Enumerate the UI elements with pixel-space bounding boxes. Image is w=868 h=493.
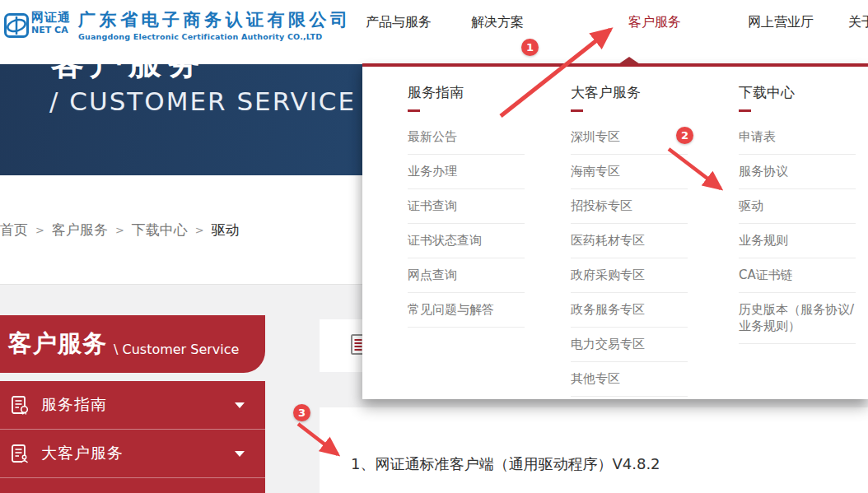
megamenu-item[interactable]: 业务办理 [408,155,525,189]
megamenu-item[interactable]: 海南专区 [571,155,688,189]
breadcrumb: 首页 > 客户服务 > 下载中心 > 驱动 [0,221,254,240]
download-list-card: 1、网证通标准客户端（通用驱动程序）V4.8.2 [320,407,868,493]
doc-user-icon [10,444,30,464]
breadcrumb-link[interactable]: 客户服务 [52,221,108,240]
customer-service-dropdown: 服务指南 最新公告业务办理证书查询证书状态查询网点查询常见问题与解答 大客户服务… [362,63,868,399]
megamenu-item[interactable]: 证书查询 [408,189,525,224]
sidebar-item-service-guide[interactable]: 服务指南 [0,381,265,430]
megamenu-item[interactable]: 政务服务专区 [571,293,688,328]
sidebar-item-key-accounts[interactable]: 大客户服务 [0,430,265,478]
megamenu-list-service-guide: 最新公告业务办理证书查询证书状态查询网点查询常见问题与解答 [408,120,525,328]
annotation-step-3: 3 [293,404,310,421]
nav-item[interactable]: 客户服务 [628,14,681,31]
chevron-down-icon [235,451,245,457]
doc-seal-icon [10,395,30,416]
breadcrumb-link[interactable]: 下载中心 [132,221,188,240]
nav-item[interactable]: 产品与服务 [366,14,432,31]
megamenu-title-key-accounts[interactable]: 大客户服务 [571,83,688,102]
breadcrumb-separator: > [35,224,44,236]
sidebar-item-label: 服务指南 [41,394,107,416]
megamenu-item[interactable]: 医药耗材专区 [571,224,688,258]
megamenu-item[interactable]: 常见问题与解答 [408,293,525,328]
sidebar-header: 客户服务 \ Customer Service [0,315,265,373]
company-name-cn: 广东省电子商务认证有限公司 [78,12,352,29]
banner-subtitle: / CUSTOMER SERVICE / [49,86,376,116]
title-underline [739,109,751,112]
sidebar-subtitle: \ Customer Service [114,342,239,357]
megamenu-item[interactable]: 政府采购专区 [571,258,688,293]
megamenu-list-key-accounts: 深圳专区海南专区招投标专区医药耗材专区政府采购专区政务服务专区电力交易专区其他专… [571,120,688,397]
download-item-link[interactable]: 1、网证通标准客户端（通用驱动程序）V4.8.2 [351,454,660,474]
megamenu-item[interactable]: 服务协议 [739,155,856,189]
sidebar-item-label: 大客户服务 [41,443,124,464]
sidebar-title: 客户服务 [8,328,107,360]
megamenu-item[interactable]: 证书状态查询 [408,224,525,258]
title-underline [571,109,583,112]
netca-logo-icon [4,13,29,38]
megamenu-item[interactable]: 网点查询 [408,258,525,293]
banner-title: 客户服务 [51,64,206,79]
annotation-step-1: 1 [521,39,539,56]
megamenu-item[interactable]: 申请表 [739,120,856,155]
megamenu-item[interactable]: CA证书链 [739,258,856,293]
breadcrumb-link[interactable]: 首页 [0,221,28,240]
breadcrumb-separator: > [195,224,204,236]
sidebar-menu: 服务指南 大客户服务 [0,381,265,493]
logo-cn-text: 网证通 [31,12,71,24]
nav-item[interactable]: 关于我们 [848,14,868,31]
megamenu-item[interactable]: 历史版本（服务协议/业务规则） [739,293,856,344]
main-nav: 产品与服务 解决方案 客户服务 网上营业厅 关于我们 [366,0,868,64]
chevron-down-icon [235,402,245,408]
title-underline [408,109,420,112]
logo-en-text: NET CA [31,26,71,35]
megamenu-title-download-center[interactable]: 下载中心 [739,83,856,102]
company-name-en: Guangdong Electronic Certification Autho… [78,33,352,41]
breadcrumb-link[interactable]: 驱动 [212,221,240,240]
nav-item[interactable]: 解决方案 [471,14,524,31]
megamenu-item[interactable]: 最新公告 [408,120,525,155]
megamenu-item[interactable]: 深圳专区 [571,120,688,155]
megamenu-item[interactable]: 驱动 [739,189,856,224]
megamenu-item[interactable]: 其他专区 [571,362,688,397]
breadcrumb-separator: > [115,224,124,236]
megamenu-list-download-center: 申请表服务协议驱动业务规则CA证书链历史版本（服务协议/业务规则） [739,120,856,344]
site-logo[interactable]: 网证通 NET CA 广东省电子商务认证有限公司 Guangdong Elect… [4,12,352,41]
site-header: 网证通 NET CA 广东省电子商务认证有限公司 Guangdong Elect… [0,0,868,64]
dropdown-caret [618,57,640,64]
nav-item[interactable]: 网上营业厅 [748,14,814,31]
megamenu-title-service-guide[interactable]: 服务指南 [408,83,525,102]
megamenu-item[interactable]: 招投标专区 [571,189,688,224]
annotation-step-2: 2 [676,127,693,144]
megamenu-item[interactable]: 电力交易专区 [571,328,688,362]
megamenu-item[interactable]: 业务规则 [739,224,856,258]
